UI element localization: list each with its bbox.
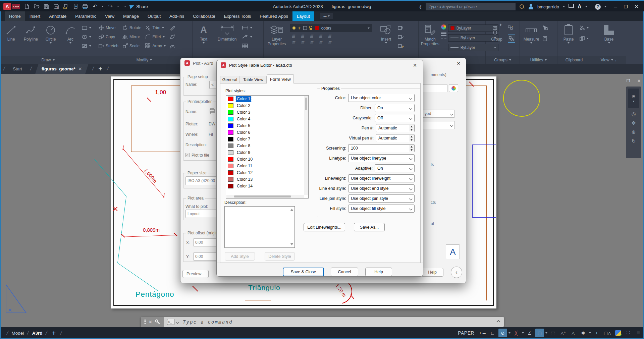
plot-style-item[interactable]: Color 12 [226,169,308,176]
layer-prev-icon[interactable]: ≣ [327,40,332,45]
insert-button[interactable]: Insert [377,22,395,44]
orbit-icon[interactable]: ↻ [632,138,636,144]
polar-tracking-icon[interactable]: ⊙ [498,329,507,337]
layer-match-icon[interactable]: ≣ [300,40,305,45]
polyline-button[interactable]: Polyline [22,22,40,42]
layer-freeze-icon[interactable]: ≣ [309,34,314,39]
panel-label-modify[interactable]: Modify [96,56,192,64]
property-line-join-style[interactable]: Use object join style [348,194,415,203]
ribbon-tab-manage[interactable]: Manage [119,11,143,21]
property-screening[interactable]: 100 [348,144,415,152]
quick-select-icon[interactable] [543,24,548,32]
isometric-drafting-icon[interactable]: ╳ [512,329,521,337]
osnap-dropdown-icon[interactable] [545,332,547,334]
workspace-switching-icon[interactable]: + [592,329,601,337]
preview-button[interactable]: Preview... [182,270,209,278]
layout-tab-model[interactable]: Model [11,331,24,336]
paper-space-indicator[interactable]: PAPER [458,330,474,336]
panel-label-clipboard[interactable]: Clipboard [557,56,591,64]
autodesk-a-icon[interactable]: A [578,4,582,10]
text-button[interactable]: AText [195,22,212,44]
linear-dimension-icon[interactable] [242,24,252,32]
panel-label-view[interactable]: View⌟ [591,56,626,64]
username[interactable]: bmcgarrido [537,4,559,9]
plot-style-item[interactable]: Color 3 [226,109,308,116]
group-edit-icon[interactable] [508,35,515,43]
graphics-performance-icon[interactable] [614,329,623,337]
command-input[interactable]: Type a command [183,319,233,325]
pste-close-icon[interactable]: ✕ [412,62,418,69]
layer-thaw-sun-icon[interactable]: ☀ [298,26,301,31]
viewport-window-controls[interactable]: ─ ❐ ✕ [616,78,644,83]
block-attributes-icon[interactable] [398,42,404,50]
offset-y-input[interactable]: 0.00 [193,252,217,261]
close-button[interactable]: ✕ [634,4,639,10]
scroll-down-icon[interactable] [290,243,293,245]
paste-button[interactable]: Paste [560,22,577,44]
cancel-button[interactable]: Cancel [331,268,358,276]
property-lineweight[interactable]: Use object lineweight [348,174,415,182]
scroll-up-icon[interactable] [290,209,293,211]
plot-styles-list[interactable]: Color 1Color 2Color 3Color 4Color 5Color… [226,95,309,199]
ellipse-tool-button[interactable] [82,33,91,41]
list-vertical-scrollbar[interactable] [304,96,308,195]
new-drawing-tab-button[interactable]: + [98,65,102,72]
plot-style-table-dropdown[interactable] [423,84,447,92]
fillet-button[interactable]: Fillet [145,33,166,41]
autodesk-dropdown-icon[interactable] [585,6,587,7]
panel-label-draw[interactable]: Draw [0,56,96,64]
plot-help-button[interactable]: Help [421,268,443,277]
pste-tab-table-view[interactable]: Table View [240,76,267,83]
zoom-icon[interactable]: ⊕ [632,129,636,135]
panel-label-utilities[interactable]: Utilities [520,56,557,64]
offset-icon[interactable] [170,42,175,50]
list-horizontal-scrollbar[interactable] [226,195,304,198]
clean-screen-icon[interactable]: ⛶ [624,329,633,337]
navigation-bar[interactable]: ▣▾ ◎ ✥ ⊕ ↻ [626,87,641,158]
hatch-tool-button[interactable] [82,42,91,50]
plot-dialog-close-icon[interactable]: ✕ [455,60,462,67]
what-to-plot-dropdown[interactable]: Layout [185,210,217,218]
property-linetype[interactable]: Use object linetype [348,154,415,162]
edit-plot-style-button[interactable] [449,84,458,92]
ribbon-tab-output[interactable]: Output [143,11,165,21]
line-button[interactable]: Line [2,22,20,42]
cut-icon[interactable] [580,24,589,32]
circle-button[interactable]: Circle [42,22,59,44]
plot-to-file-checkbox[interactable]: ✓ [185,153,190,157]
pan-icon[interactable]: ✥ [632,120,636,126]
command-prompt-icon[interactable]: >_ [167,319,174,325]
ribbon-tab-insert[interactable]: Insert [25,11,45,21]
ribbon-tab-featured-apps[interactable]: Featured Apps [255,11,292,21]
ribbon-tab-annotate[interactable]: Annotate [45,11,71,21]
copy-button[interactable]: Copy [99,33,118,41]
maximize-button[interactable]: ❐ [624,4,628,9]
arc-button[interactable]: Arc [62,22,79,44]
ribbon-tab-home[interactable]: Home [5,11,25,21]
erase-icon[interactable] [170,24,175,32]
plot-style-item[interactable]: Color 8 [226,143,308,149]
layout-tab-a3rd[interactable]: A3rd [32,331,43,336]
plot-style-item[interactable]: Color 10 [226,156,308,163]
ungroup-icon[interactable] [508,24,515,32]
quality-dropdown[interactable] [423,121,455,129]
ribbon-tab-express-tools[interactable]: Express Tools [220,11,256,21]
stretch-button[interactable]: Stretch [99,42,118,50]
plot-style-item[interactable]: Color 14 [226,183,308,189]
ribbon-tab-view[interactable]: View [101,11,119,21]
save-as-button[interactable]: Save As... [354,223,385,231]
command-line-grip[interactable]: ✕ [141,317,164,327]
rotate-button[interactable]: Rotate [122,24,141,32]
layer-off-icon[interactable]: ≣ [291,34,296,39]
plot-style-item[interactable]: Color 2 [226,102,308,109]
ribbon-minimize-control[interactable]: ▬ [320,13,333,19]
help-dropdown-icon[interactable] [604,6,606,7]
offset-x-input[interactable]: 0.00 [193,238,217,246]
edit-lineweights-button[interactable]: Edit Lineweights... [304,223,345,231]
property-color[interactable]: Use object color [348,94,415,102]
layer-dropdown-arrow-icon[interactable] [368,27,370,29]
less-options-button[interactable]: ‹ [451,267,462,278]
recent-commands-icon[interactable] [176,320,179,324]
array-button[interactable]: Array [145,42,166,50]
measure-button[interactable]: Measure [522,22,540,44]
